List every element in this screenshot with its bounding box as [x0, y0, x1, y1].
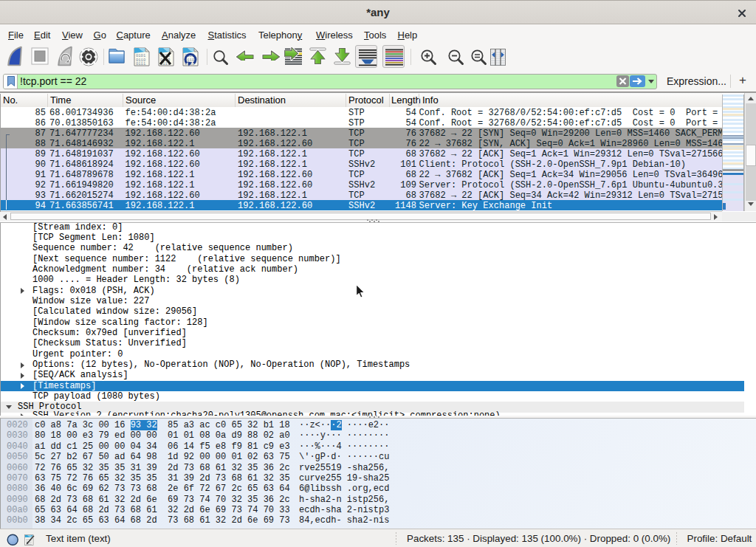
- svg-text:0111: 0111: [136, 61, 146, 66]
